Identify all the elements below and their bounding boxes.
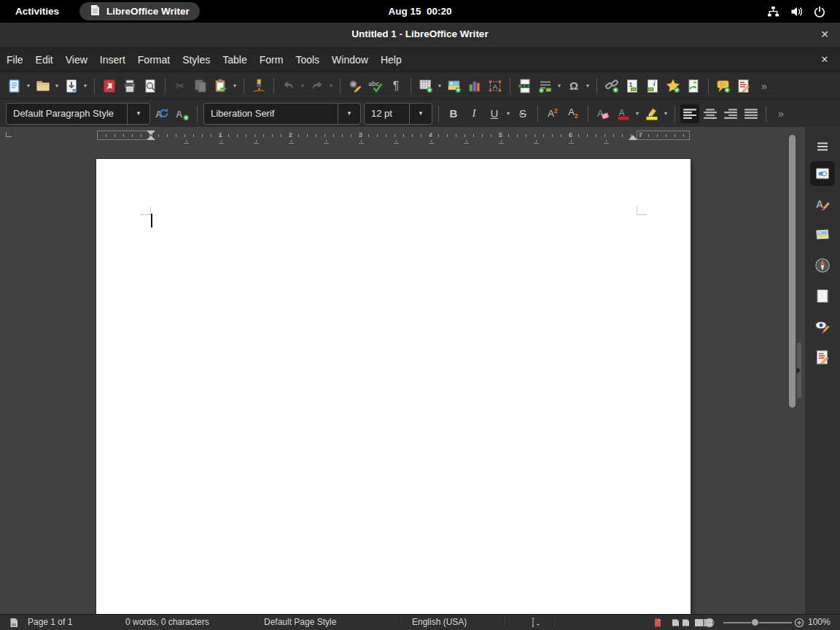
tab-stop-type-selector[interactable] [6,132,12,137]
save-dropdown[interactable]: ▼ [82,83,89,88]
zoom-level-value[interactable]: 100% [808,617,831,627]
first-line-indent-marker[interactable] [147,131,155,135]
menu-item-styles[interactable]: Styles [182,51,210,69]
menu-item-form[interactable]: Form [260,51,284,69]
insert-field-button[interactable] [536,77,555,96]
sidebar-page-button[interactable] [810,284,835,308]
paragraph-style-selector-dropdown-button[interactable]: ▼ [127,104,149,124]
insert-bookmark-button[interactable] [664,77,682,96]
font-size-selector-dropdown-button[interactable]: ▼ [409,104,432,124]
toolbar-overflow[interactable]: » [755,77,774,96]
justify-button[interactable] [742,104,761,123]
clone-formatting-button[interactable] [249,77,268,96]
insert-cross-reference-button[interactable] [684,77,703,96]
track-changes-button[interactable] [734,77,753,96]
insert-image-button[interactable] [445,77,464,96]
save-indicator-icon[interactable] [9,618,18,630]
system-tray[interactable] [767,6,840,18]
bold-button[interactable]: B [444,104,463,123]
clear-formatting-button[interactable]: A [594,104,612,123]
insert-footnote-button[interactable]: 1 [623,77,642,96]
font-color-dropdown[interactable]: ▼ [634,111,641,116]
formatting-marks-button[interactable]: ¶ [386,77,405,96]
print-button[interactable] [120,77,139,96]
insert-endnote-button[interactable]: i [643,77,662,96]
insert-table-button[interactable] [416,77,435,96]
multi-page-view-button[interactable] [671,618,691,630]
font-color-button[interactable]: A [614,104,633,123]
font-name-selector-dropdown-button[interactable]: ▼ [338,104,360,124]
insert-hyperlink-button[interactable] [602,77,621,96]
word-count-status[interactable]: 0 words, 0 characters [125,617,209,627]
underline-dropdown[interactable]: ▼ [505,111,512,116]
align-right-button[interactable] [721,104,740,123]
find-and-replace-button[interactable] [346,77,365,96]
language-status[interactable]: English (USA) [412,617,467,627]
sidebar-properties-button[interactable] [810,161,835,186]
underline-button[interactable]: U [485,104,504,123]
sidebar-navigator-button[interactable] [810,253,835,278]
power-icon[interactable] [814,6,825,18]
volume-icon[interactable] [790,6,803,18]
sidebar-style-inspector-button[interactable] [810,314,835,339]
font-name-selector[interactable]: Liberation Serif▼ [203,103,361,125]
insert-table-dropdown[interactable]: ▼ [436,83,443,88]
menu-item-edit[interactable]: Edit [36,51,53,69]
update-style-button[interactable]: A [152,104,171,123]
redo-dropdown[interactable]: ▼ [327,83,335,88]
document-page[interactable] [96,159,691,614]
menu-item-format[interactable]: Format [138,51,170,69]
italic-button[interactable]: I [464,104,483,123]
page-style-status[interactable]: Default Page Style [264,617,336,627]
new-style-button[interactable]: A [173,104,192,123]
export-pdf-button[interactable] [100,77,119,96]
document-close-button[interactable]: ✕ [818,53,831,66]
menu-item-file[interactable]: File [7,51,23,69]
insert-field-dropdown[interactable]: ▼ [556,83,563,88]
window-title-bar[interactable]: Untitled 1 - LibreOffice Writer ✕ [0,23,840,48]
toolbar-overflow[interactable]: » [771,104,790,123]
print-preview-button[interactable] [141,77,160,96]
open-dropdown[interactable]: ▼ [53,83,61,88]
highlight-color-button[interactable] [642,104,661,123]
new-document-button[interactable] [5,77,24,96]
zoom-slider-handle[interactable] [751,618,759,626]
strikethrough-button[interactable]: S [513,104,532,123]
insert-text-box-button[interactable]: A [486,77,505,96]
menu-item-tools[interactable]: Tools [295,51,319,69]
superscript-button[interactable]: A2 [543,104,562,123]
spelling-button[interactable]: abc [366,77,385,96]
new-document-dropdown[interactable]: ▼ [25,83,32,88]
highlight-color-dropdown[interactable]: ▼ [662,111,669,116]
sidebar-styles-button[interactable]: A [810,192,835,217]
paste-dropdown[interactable]: ▼ [231,83,238,88]
open-button[interactable] [34,77,52,96]
align-center-button[interactable] [701,104,720,123]
page-number-status[interactable]: Page 1 of 1 [28,617,72,627]
vertical-scrollbar-thumb[interactable] [789,135,796,408]
insert-chart-button[interactable] [465,77,484,96]
insert-special-character-dropdown[interactable]: ▼ [584,83,591,88]
menu-item-insert[interactable]: Insert [100,51,125,69]
paragraph-style-selector[interactable]: Default Paragraph Style▼ [6,103,150,125]
sidebar-menu-button[interactable] [810,134,835,159]
sidebar-hide-handle[interactable] [797,343,801,398]
right-indent-marker[interactable] [629,135,637,140]
focused-app-button[interactable]: LibreOffice Writer [79,2,200,20]
sidebar-gallery-button[interactable] [810,222,835,247]
vertical-scrollbar[interactable] [788,128,797,614]
left-indent-marker[interactable] [147,136,155,140]
sidebar-accessibility-check-button[interactable] [810,345,835,370]
undo-dropdown[interactable]: ▼ [299,83,306,88]
insert-page-break-button[interactable] [516,77,534,96]
insertion-mode-icon[interactable] [530,618,542,629]
paste-button[interactable] [211,77,230,96]
align-left-button[interactable] [680,104,699,123]
zoom-in-button[interactable] [794,618,804,630]
subscript-button[interactable]: A2 [564,104,583,123]
font-size-selector[interactable]: 12 pt▼ [364,103,432,125]
menu-item-window[interactable]: Window [332,51,368,69]
zoom-out-button[interactable] [704,618,715,630]
insert-comment-button[interactable] [714,77,733,96]
menu-item-view[interactable]: View [66,51,88,69]
